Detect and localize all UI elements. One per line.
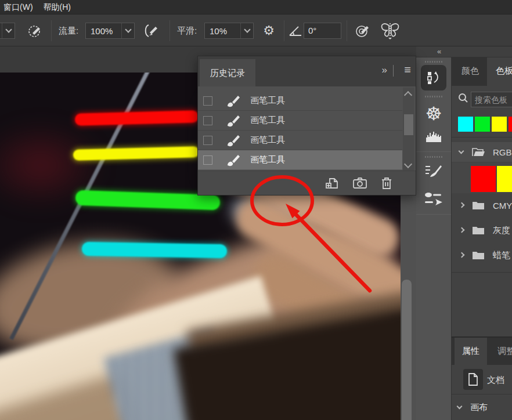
smooth-value: 10% bbox=[205, 26, 240, 36]
swatch-group-gray[interactable]: 灰度 bbox=[452, 222, 512, 239]
panel-divider bbox=[452, 272, 512, 273]
panel-divider bbox=[452, 137, 512, 137]
brush-tool-icon bbox=[226, 114, 240, 127]
history-row[interactable]: 画笔工具 bbox=[198, 91, 402, 111]
smooth-dropdown[interactable]: 10% bbox=[204, 23, 254, 39]
new-document-from-state-icon[interactable] bbox=[325, 176, 339, 192]
history-scrollbar[interactable] bbox=[403, 88, 414, 171]
history-source-checkbox[interactable] bbox=[203, 136, 212, 145]
brush-panel-toggle-icon[interactable] bbox=[26, 21, 44, 40]
properties-tabbar: 属性 调整 bbox=[452, 338, 512, 365]
canvas-scrollbar-thumb[interactable] bbox=[402, 280, 412, 420]
history-row[interactable]: 画笔工具 bbox=[198, 111, 402, 131]
history-row-label: 画笔工具 bbox=[250, 95, 285, 106]
folder-icon bbox=[471, 225, 485, 236]
angle-icon bbox=[287, 23, 304, 38]
history-row-label: 画笔工具 bbox=[250, 135, 285, 146]
options-toolbar: 流量: 100% 平滑: 10% ⚙ 0° bbox=[0, 14, 512, 46]
flow-dropdown[interactable]: 100% bbox=[85, 23, 135, 39]
histogram-icon[interactable] bbox=[416, 129, 451, 143]
chevron-down-icon bbox=[459, 149, 466, 155]
swatch-cyan[interactable] bbox=[458, 117, 473, 132]
tool-presets-brushes-icon[interactable] bbox=[416, 191, 451, 208]
menu-bar: 窗口(W) 帮助(H) bbox=[0, 0, 512, 14]
chevron-down-icon bbox=[2, 23, 15, 38]
swatch-yellow-large[interactable] bbox=[497, 166, 512, 192]
pressure-target-icon[interactable] bbox=[353, 21, 373, 40]
swatch-group-rgb[interactable]: RGB bbox=[452, 142, 512, 162]
history-source-panel-icon[interactable] bbox=[421, 65, 446, 90]
strip-separator bbox=[416, 151, 451, 152]
tab-color[interactable]: 颜色 bbox=[455, 57, 486, 86]
canvas-label: 画布 bbox=[470, 402, 488, 413]
swatches-tabbar: 颜色 色板 bbox=[452, 57, 512, 86]
swatch-red[interactable] bbox=[509, 117, 512, 132]
tab-adjustments[interactable]: 调整 bbox=[489, 338, 512, 365]
swatch-group-crayon[interactable]: 蜡笔 bbox=[452, 247, 512, 264]
scroll-up-icon[interactable] bbox=[404, 91, 412, 99]
panel-menu-icon[interactable]: ≡ bbox=[404, 63, 411, 77]
right-sidebar: « ☸ bbox=[416, 46, 512, 420]
delete-trash-icon[interactable] bbox=[380, 176, 393, 192]
document-label: 文档 bbox=[487, 375, 504, 386]
history-panel-header: 历史记录 » ≡ bbox=[198, 56, 416, 86]
swatch-green[interactable] bbox=[475, 117, 490, 132]
swatch-red-large[interactable] bbox=[471, 166, 496, 192]
history-row[interactable]: 画笔工具 bbox=[198, 131, 402, 150]
history-source-checkbox[interactable] bbox=[203, 155, 212, 165]
history-row-selected[interactable]: 画笔工具 bbox=[198, 150, 402, 170]
chevron-right-icon bbox=[459, 227, 466, 234]
folder-icon bbox=[471, 250, 485, 260]
chevron-right-icon bbox=[459, 252, 466, 259]
tab-history[interactable]: 历史记录 bbox=[200, 59, 255, 86]
swatch-group-cmy[interactable]: CMY bbox=[452, 197, 512, 214]
navigator-wheel-icon[interactable]: ☸ bbox=[416, 103, 451, 125]
brush-preset-picker[interactable] bbox=[0, 23, 15, 39]
group-label: 蜡笔 bbox=[493, 250, 510, 261]
gripper-dots bbox=[425, 96, 442, 97]
brush-stroke-cyan bbox=[82, 242, 227, 258]
history-source-checkbox[interactable] bbox=[203, 116, 212, 125]
new-snapshot-camera-icon[interactable] bbox=[352, 176, 367, 191]
history-panel-footer bbox=[198, 171, 416, 195]
toolbar-separator bbox=[284, 20, 284, 41]
swatch-yellow[interactable] bbox=[492, 117, 507, 132]
menu-help[interactable]: 帮助(H) bbox=[40, 0, 78, 14]
group-label: RGB bbox=[493, 147, 512, 157]
brush-tool-icon bbox=[226, 154, 240, 166]
tab-properties[interactable]: 属性 bbox=[455, 338, 487, 365]
search-swatches-input[interactable] bbox=[471, 92, 512, 107]
flow-value: 100% bbox=[86, 26, 121, 36]
expand-panel-icon[interactable]: » bbox=[382, 64, 388, 76]
document-icon bbox=[463, 369, 483, 390]
search-icon bbox=[458, 93, 468, 105]
history-row-label: 画笔工具 bbox=[250, 154, 285, 165]
panel-icon-strip: ☸ bbox=[416, 57, 451, 420]
brush-tool-icon bbox=[226, 95, 240, 107]
symmetry-butterfly-icon[interactable] bbox=[378, 21, 402, 40]
chevron-down-icon bbox=[121, 23, 134, 38]
canvas-scrollbar-track[interactable] bbox=[401, 195, 416, 420]
panel-divider bbox=[452, 394, 512, 394]
toolbar-separator bbox=[170, 20, 170, 41]
menu-window[interactable]: 窗口(W) bbox=[0, 0, 40, 14]
brush-settings-icon[interactable] bbox=[416, 163, 451, 180]
panel-stack: 颜色 色板 bbox=[451, 57, 512, 420]
canvas-section-header[interactable]: 画布 bbox=[452, 399, 512, 416]
group-label: 灰度 bbox=[493, 225, 510, 236]
chevron-down-icon bbox=[457, 404, 464, 411]
tab-swatches[interactable]: 色板 bbox=[487, 57, 512, 86]
collapse-panels-bar[interactable]: « bbox=[416, 46, 512, 57]
scroll-down-icon[interactable] bbox=[404, 160, 412, 168]
gear-icon[interactable]: ⚙ bbox=[259, 23, 279, 39]
history-source-checkbox[interactable] bbox=[203, 96, 212, 106]
history-row-label: 画笔工具 bbox=[250, 115, 285, 126]
smooth-label: 平滑: bbox=[177, 26, 197, 37]
group-label: CMY bbox=[493, 201, 512, 211]
toolbar-separator bbox=[347, 20, 347, 41]
airbrush-icon[interactable] bbox=[140, 22, 161, 39]
history-scrollbar-thumb[interactable] bbox=[404, 114, 413, 135]
folder-open-icon bbox=[471, 147, 485, 157]
angle-input[interactable]: 0° bbox=[304, 23, 341, 39]
brush-tool-icon bbox=[226, 134, 240, 147]
